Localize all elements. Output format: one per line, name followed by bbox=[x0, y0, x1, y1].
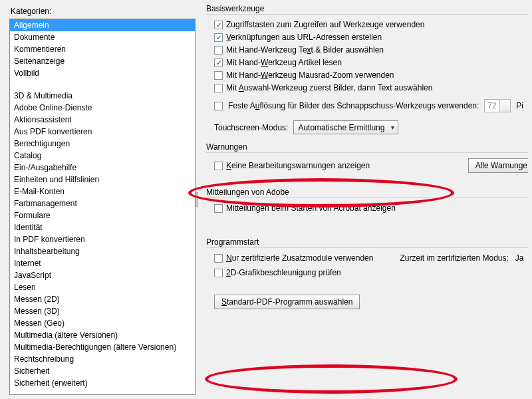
category-item[interactable]: Sicherheit (erweitert) bbox=[10, 377, 195, 389]
checkbox-label: Mit Hand-Werkzeug Text & Bilder auswähle… bbox=[226, 45, 384, 55]
category-item[interactable]: Vollbild bbox=[10, 67, 195, 79]
group-title: Mitteilungen von Adobe bbox=[206, 188, 528, 197]
category-item[interactable]: Aus PDF konvertieren bbox=[10, 126, 195, 138]
checkbox-no-edit-warnings[interactable] bbox=[214, 162, 223, 170]
category-item[interactable]: Aktionsassistent bbox=[10, 114, 195, 126]
checkbox-label: Nur zertifizierte Zusatzmodule verwenden bbox=[226, 253, 373, 263]
category-item[interactable]: Einheiten und Hilfslinien bbox=[10, 174, 195, 186]
category-item[interactable]: JavaScript bbox=[10, 269, 195, 281]
category-item[interactable]: Messen (2D) bbox=[10, 293, 195, 305]
checkbox-fixed-resolution[interactable] bbox=[214, 102, 223, 110]
category-item[interactable]: In PDF konvertieren bbox=[10, 233, 195, 245]
checkbox-hand-select[interactable] bbox=[214, 46, 223, 55]
category-item[interactable]: Internet bbox=[10, 257, 195, 269]
checkbox-label: 2D-Grafikbeschleunigung prüfen bbox=[226, 268, 341, 277]
checkbox-label: Mit Auswahl-Werkzeug zuerst Bilder, dann… bbox=[226, 83, 432, 92]
touchscreen-select[interactable]: Automatische Ermittlung bbox=[293, 120, 398, 134]
category-item[interactable]: Farbmanagement bbox=[10, 198, 195, 209]
resolution-input[interactable]: 72 bbox=[484, 99, 511, 112]
checkbox-url-links[interactable] bbox=[214, 33, 223, 42]
category-item[interactable]: Seitenanzeige bbox=[10, 55, 195, 67]
category-item[interactable] bbox=[10, 79, 195, 90]
categories-label: Kategorien: bbox=[11, 7, 196, 16]
group-warnungen: Warnungen Keine Bearbeitungswarnungen an… bbox=[206, 142, 528, 174]
category-item[interactable]: Multimedia (ältere Versionen) bbox=[10, 329, 195, 341]
checkbox-2d-accel[interactable] bbox=[214, 269, 223, 277]
category-item[interactable]: Catalog bbox=[10, 150, 195, 162]
checkbox-hand-zoom[interactable] bbox=[214, 71, 223, 80]
category-item[interactable]: Allgemein bbox=[10, 19, 195, 31]
category-item[interactable]: Inhaltsbearbeitung bbox=[10, 245, 195, 257]
category-item[interactable]: Rechtschreibung bbox=[10, 353, 195, 365]
checkbox-label: Zugriffstasten zum Zugreifen auf Werkzeu… bbox=[226, 20, 424, 29]
checkbox-certified-only[interactable] bbox=[214, 254, 223, 263]
categories-listbox[interactable]: AllgemeinDokumenteKommentierenSeitenanze… bbox=[9, 19, 196, 395]
category-item[interactable]: 3D & Multimedia bbox=[10, 90, 195, 102]
group-basiswerkzeuge: Basiswerkzeuge Zugriffstasten zum Zugrei… bbox=[206, 4, 528, 136]
category-item[interactable]: Berechtigungen bbox=[10, 138, 195, 150]
checkbox-startup-messages[interactable] bbox=[214, 204, 223, 213]
category-item[interactable]: Multimedia-Berechtigungen (ältere Versio… bbox=[10, 341, 195, 353]
checkbox-label: Mit Hand-Werkzeug Mausrad-Zoom verwenden bbox=[226, 70, 394, 80]
checkbox-label: Keine Bearbeitungswarnungen anzeigen bbox=[226, 161, 370, 170]
checkbox-select-order[interactable] bbox=[214, 84, 223, 92]
checkbox-label: Mitteilungen beim Starten von Acrobat an… bbox=[226, 203, 396, 213]
checkbox-hand-article[interactable] bbox=[214, 59, 223, 67]
default-pdf-button[interactable]: Standard-PDF-Programm auswählen bbox=[214, 295, 360, 309]
category-item[interactable]: Sicherheit bbox=[10, 365, 195, 377]
category-item[interactable]: Messen (3D) bbox=[10, 305, 195, 317]
reset-warnings-button[interactable]: Alle Warnunge bbox=[468, 158, 528, 173]
touchscreen-label: Touchscreen-Modus: bbox=[214, 123, 288, 132]
checkbox-access-keys[interactable] bbox=[214, 21, 223, 29]
category-item[interactable]: Ein-/Ausgabehilfe bbox=[10, 162, 195, 174]
category-item[interactable]: Adobe Online-Dienste bbox=[10, 102, 195, 114]
checkbox-label: Feste Auflösung für Bilder des Schnappsc… bbox=[228, 101, 479, 110]
group-programmstart: Programmstart Nur zertifizierte Zusatzmo… bbox=[206, 237, 528, 311]
checkbox-label: Verknüpfungen aus URL-Adressen erstellen bbox=[226, 33, 382, 42]
group-title: Programmstart bbox=[206, 237, 528, 247]
category-item[interactable]: E-Mail-Konten bbox=[10, 186, 195, 198]
category-item[interactable]: Dokumente bbox=[10, 31, 195, 43]
category-item[interactable]: Messen (Geo) bbox=[10, 317, 195, 329]
category-item[interactable]: Kommentieren bbox=[10, 43, 195, 55]
group-title: Warnungen bbox=[206, 142, 528, 152]
category-item[interactable]: Formulare bbox=[10, 209, 195, 221]
group-mitteilungen: Mitteilungen von Adobe Mitteilungen beim… bbox=[206, 188, 528, 217]
category-item[interactable]: Lesen bbox=[10, 281, 195, 293]
group-title: Basiswerkzeuge bbox=[206, 4, 528, 13]
certified-status: Zurzeit im zertifizierten Modus: Ja bbox=[400, 253, 523, 263]
checkbox-label: Mit Hand-Werkzeug Artikel lesen bbox=[226, 58, 342, 67]
resolution-unit: Pi bbox=[516, 101, 523, 110]
category-item[interactable]: Identität bbox=[10, 221, 195, 233]
